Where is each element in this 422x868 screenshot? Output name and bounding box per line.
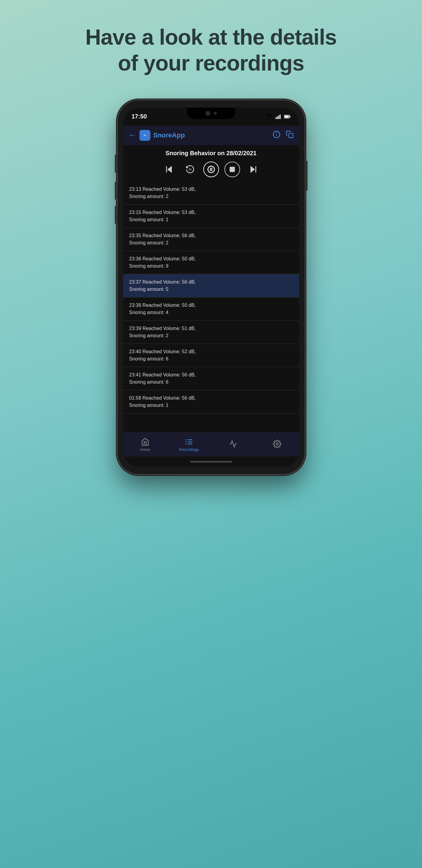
svg-point-27 (276, 443, 278, 445)
recording-item-text: 23:13 Reached Volume: 53 dB, Snoring amo… (129, 186, 293, 200)
copy-icon[interactable] (286, 130, 294, 140)
recording-item[interactable]: 23:40 Reached Volume: 52 dB, Snoring amo… (123, 344, 299, 367)
recording-item[interactable]: 23:36 Reached Volume: 50 dB, Snoring amo… (123, 251, 299, 274)
status-bar: 17:50 (123, 107, 299, 126)
recording-list: 23:13 Reached Volume: 53 dB, Snoring amo… (123, 181, 299, 433)
back-button[interactable]: ← (129, 130, 136, 140)
recording-item[interactable]: 23:15 Reached Volume: 53 dB, Snoring amo… (123, 205, 299, 228)
svg-rect-7 (284, 116, 289, 118)
app-bar-right (272, 130, 294, 140)
nav-home[interactable]: Home (133, 438, 157, 452)
recording-item-text: 23:35 Reached Volume: 56 dB, Snoring amo… (129, 232, 293, 247)
recording-item[interactable]: 01:58 Reached Volume: 56 dB, Snoring amo… (123, 390, 299, 413)
page-title: Have a look at the details of your recor… (61, 24, 361, 76)
home-bar (123, 457, 299, 467)
status-time: 17:50 (132, 113, 147, 120)
svg-rect-6 (289, 116, 290, 117)
recording-item-text: 01:58 Reached Volume: 56 dB, Snoring amo… (129, 395, 293, 409)
app-bar: ← SnoreApp (123, 126, 299, 145)
recording-item-text: 23:41 Reached Volume: 56 dB, Snoring amo… (129, 371, 293, 386)
phone-screen: 17:50 (123, 107, 299, 467)
stats-icon (229, 440, 237, 448)
speaker (214, 112, 217, 115)
home-icon (141, 438, 150, 446)
wifi-icon (265, 113, 273, 121)
playback-controls: 10 (123, 159, 299, 181)
home-bar-indicator (190, 461, 232, 463)
nav-recordings[interactable]: Recordings (177, 438, 201, 452)
recording-item-text: 23:38 Reached Volume: 50 dB, Snoring amo… (129, 302, 293, 316)
battery-icon (284, 115, 291, 119)
notch (187, 107, 235, 119)
recording-item[interactable]: 23:38 Reached Volume: 50 dB, Snoring amo… (123, 298, 299, 321)
svg-marker-19 (251, 166, 254, 172)
pause-button[interactable] (203, 161, 219, 177)
stop-button[interactable] (224, 161, 240, 177)
recording-item-text: 23:39 Reached Volume: 51 dB, Snoring amo… (129, 325, 293, 339)
replay10-label: 10 (188, 168, 191, 171)
status-icons (265, 113, 291, 121)
settings-icon (273, 440, 281, 448)
recording-item[interactable]: 23:39 Reached Volume: 51 dB, Snoring amo… (123, 321, 299, 344)
svg-rect-4 (280, 115, 281, 119)
recording-item[interactable]: 23:35 Reached Volume: 56 dB, Snoring amo… (123, 228, 299, 251)
svg-point-15 (208, 166, 215, 173)
app-name: SnoreApp (153, 131, 185, 139)
recording-item-text: 23:36 Reached Volume: 50 dB, Snoring amo… (129, 255, 293, 270)
skip-next-button[interactable] (246, 161, 261, 177)
phone-shell: 17:50 (118, 100, 304, 474)
app-logo (139, 130, 150, 141)
svg-point-0 (269, 119, 269, 119)
signal-icon (275, 114, 282, 119)
recording-item-text: 23:15 Reached Volume: 53 dB, Snoring amo… (129, 209, 293, 223)
nav-stats[interactable] (221, 440, 245, 450)
app-bar-left: ← SnoreApp (129, 130, 185, 141)
svg-marker-13 (168, 166, 171, 172)
content-area: Snoring Behavior on 28/02/2021 (123, 145, 299, 433)
nav-home-label: Home (140, 447, 150, 452)
recording-item-text: 23:40 Reached Volume: 52 dB, Snoring amo… (129, 348, 293, 363)
replay10-button[interactable]: 10 (182, 161, 198, 177)
recording-item[interactable]: 23:13 Reached Volume: 53 dB, Snoring amo… (123, 181, 299, 205)
svg-rect-1 (275, 117, 277, 119)
recording-title: Snoring Behavior on 28/02/2021 (123, 145, 299, 159)
svg-rect-18 (230, 167, 234, 172)
recordings-icon (185, 438, 193, 446)
bottom-nav: Home Recordings (123, 433, 299, 457)
camera (205, 111, 210, 116)
recording-item[interactable]: 23:37 Reached Volume: 56 dB, Snoring amo… (123, 274, 299, 298)
svg-rect-12 (289, 133, 293, 138)
recording-item-text: 23:37 Reached Volume: 56 dB, Snoring amo… (129, 278, 293, 293)
recording-item[interactable]: 23:41 Reached Volume: 56 dB, Snoring amo… (123, 367, 299, 390)
svg-rect-2 (277, 116, 278, 119)
info-icon[interactable] (272, 130, 281, 140)
skip-back-button[interactable] (161, 161, 177, 177)
phone-mockup: 17:50 (118, 100, 304, 474)
svg-rect-3 (278, 116, 279, 119)
nav-settings[interactable] (265, 440, 289, 450)
nav-recordings-label: Recordings (179, 447, 199, 452)
